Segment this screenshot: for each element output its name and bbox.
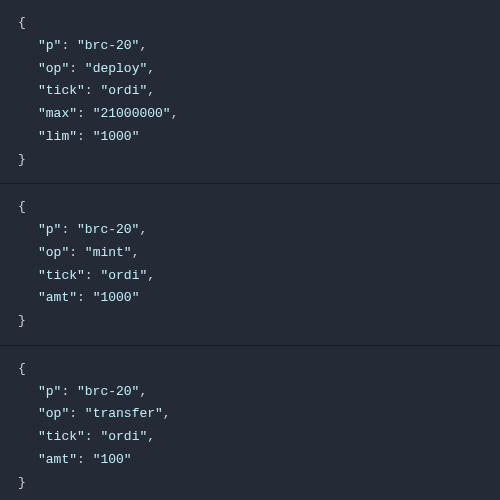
comma-separator: , [139,38,147,53]
json-key: "max" [38,106,77,121]
json-entry: "tick": "ordi", [18,80,482,103]
json-key: "amt" [38,290,77,305]
json-value: "transfer" [85,406,163,421]
json-block: {"p": "brc-20","op": "mint","tick": "ord… [0,184,500,346]
json-value: "brc-20" [77,384,139,399]
comma-separator: , [132,245,140,260]
close-brace: } [18,310,482,333]
json-entry: "lim": "1000" [18,126,482,149]
json-key: "p" [38,38,61,53]
json-value: "1000" [93,129,140,144]
json-key: "op" [38,245,69,260]
comma-separator: , [139,384,147,399]
comma-separator: , [147,83,155,98]
comma-separator: , [147,429,155,444]
json-key: "p" [38,384,61,399]
comma-separator: , [163,406,171,421]
colon-separator: : [61,38,77,53]
json-key: "p" [38,222,61,237]
json-entry: "p": "brc-20", [18,381,482,404]
json-entry: "amt": "1000" [18,287,482,310]
colon-separator: : [69,61,85,76]
json-key: "op" [38,406,69,421]
json-entry: "p": "brc-20", [18,35,482,58]
json-value: "mint" [85,245,132,260]
comma-separator: , [147,268,155,283]
comma-separator: , [147,61,155,76]
json-entry: "tick": "ordi", [18,426,482,449]
json-entry: "op": "deploy", [18,58,482,81]
colon-separator: : [77,452,93,467]
json-key: "tick" [38,83,85,98]
json-entry: "op": "mint", [18,242,482,265]
colon-separator: : [77,129,93,144]
colon-separator: : [85,268,101,283]
json-value: "21000000" [93,106,171,121]
json-key: "amt" [38,452,77,467]
json-entry: "amt": "100" [18,449,482,472]
colon-separator: : [77,106,93,121]
colon-separator: : [69,406,85,421]
json-value: "deploy" [85,61,147,76]
json-entry: "op": "transfer", [18,403,482,426]
json-block: {"p": "brc-20","op": "transfer","tick": … [0,346,500,500]
comma-separator: , [171,106,179,121]
close-brace: } [18,472,482,495]
json-block: {"p": "brc-20","op": "deploy","tick": "o… [0,0,500,184]
json-entry: "tick": "ordi", [18,265,482,288]
colon-separator: : [77,290,93,305]
colon-separator: : [69,245,85,260]
json-key: "lim" [38,129,77,144]
json-value: "100" [93,452,132,467]
json-value: "ordi" [100,83,147,98]
colon-separator: : [61,222,77,237]
json-entry: "p": "brc-20", [18,219,482,242]
json-value: "ordi" [100,268,147,283]
colon-separator: : [85,83,101,98]
open-brace: { [18,12,482,35]
json-value: "brc-20" [77,222,139,237]
json-key: "tick" [38,268,85,283]
json-entry: "max": "21000000", [18,103,482,126]
json-value: "1000" [93,290,140,305]
json-key: "tick" [38,429,85,444]
colon-separator: : [85,429,101,444]
close-brace: } [18,149,482,172]
open-brace: { [18,358,482,381]
json-key: "op" [38,61,69,76]
comma-separator: , [139,222,147,237]
json-value: "ordi" [100,429,147,444]
json-value: "brc-20" [77,38,139,53]
colon-separator: : [61,384,77,399]
code-container: {"p": "brc-20","op": "deploy","tick": "o… [0,0,500,500]
open-brace: { [18,196,482,219]
